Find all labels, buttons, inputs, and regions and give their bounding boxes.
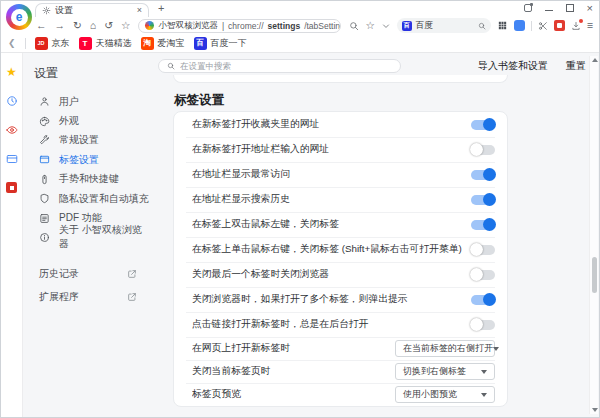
select-new-tab-position[interactable]: 在当前标签的右侧打开 [395,340,495,357]
settings-search-input[interactable] [180,61,392,71]
sidebar-link-history[interactable]: 历史记录 [31,262,149,285]
site-globe-icon [145,21,154,30]
info-icon [39,232,50,243]
external-link-icon [127,292,137,302]
bookmark-baidu[interactable]: 百 百度一下 [194,37,247,50]
toggle-open-links-background[interactable] [471,320,495,330]
palette-icon [39,116,50,127]
import-bookmarks-button[interactable]: 导入书签和设置 [478,59,548,73]
setting-label: 在标签上双击鼠标左键，关闭标签 [192,218,471,231]
bookmark-label: 爱淘宝 [158,37,185,50]
sidebar-item-appearance[interactable]: 外观 [31,111,149,130]
home-icon[interactable]: ⌂ [90,20,96,31]
history-panel-icon[interactable] [6,95,18,107]
select-tab-preview[interactable]: 使用小图预览 [395,386,495,403]
tab-settings[interactable]: 设置 × [35,3,149,17]
tab-close-icon[interactable]: × [137,6,142,15]
main-area: ★ 设置 用户 外观 常规设置 标签设置 [1,53,599,417]
extension-red-icon[interactable] [554,20,565,31]
extension-blue-icon[interactable] [514,20,525,31]
toolbar-divider [531,21,532,31]
pdf-icon [39,213,50,224]
toggle-doubleclick-close-tab[interactable] [471,220,495,230]
address-url-bold: settings [268,21,301,31]
bookmarks-divider [25,38,26,49]
setting-row: 关闭当前标签页时 切换到右侧标签 [174,360,507,383]
quick-search-box[interactable]: 百 百度 [397,18,491,33]
setting-row: 在网页上打开新标签时 在当前标签的右侧打开 [174,337,507,360]
sidebar-item-tabs[interactable]: 标签设置 [31,150,149,169]
toolbar-right-cluster: ☆ 百 百度 ≡ [349,18,599,33]
toggle-open-favorites-new-tab[interactable] [471,120,495,130]
select-value: 在当前标签的右侧打开 [403,342,493,355]
setting-label: 在标签上单击鼠标右键，关闭标签 (Shift+鼠标右击可打开菜单) [192,243,471,256]
forward-icon[interactable]: → [55,20,66,31]
setting-label: 在网页上打开新标签时 [192,342,395,355]
sidebar-title: 设置 [31,65,149,82]
sidebar-item-user[interactable]: 用户 [31,92,149,111]
toggle-close-browser-last-tab[interactable] [471,270,495,280]
setting-row: 在标签上双击鼠标左键，关闭标签 [174,212,507,237]
toggle-prompt-multiple-tabs[interactable] [471,295,495,305]
back-icon[interactable]: ← [36,20,47,31]
sidebar-item-gestures[interactable]: 手势和快捷键 [31,170,149,189]
sidebar-item-general[interactable]: 常规设置 [31,131,149,150]
new-tab-button[interactable]: + [158,2,164,14]
favorites-panel-icon[interactable]: ★ [6,66,17,78]
toggle-show-search-history[interactable] [471,195,495,205]
download-badge-dot [579,19,583,23]
close-button[interactable]: × [587,3,593,13]
address-separator: | [222,21,224,31]
bookmark-jd[interactable]: JD 京东 [35,37,70,50]
select-after-close-tab[interactable]: 切换到右侧标签 [395,363,495,380]
setting-label: 标签页预览 [192,388,395,401]
select-value: 切换到右侧标签 [403,365,466,378]
reload-icon[interactable]: ↻ [73,20,82,31]
sidebar-links: 历史记录 扩展程序 [31,262,149,308]
setting-row: 在地址栏显示搜索历史 [174,187,507,212]
address-bar[interactable]: 小智双核浏览器 | chrome://settings/tabSetting [138,19,341,33]
bookmarks-chevron-left-icon[interactable]: ❮ [8,38,16,48]
sidebar-link-extensions[interactable]: 扩展程序 [31,285,149,308]
bookmark-star-icon[interactable]: ☆ [121,20,130,31]
caret-down-icon [481,370,487,374]
search-icon[interactable] [478,22,486,30]
browser-logo-letter: e [11,9,28,26]
setting-label: 点击链接打开新标签时，总是在后台打开 [192,318,471,331]
sidebar-item-about[interactable]: 关于 小智双核浏览器 [31,228,149,247]
setting-label: 关闭最后一个标签时关闭浏览器 [192,268,471,281]
maximize-button[interactable] [566,4,574,12]
settings-content: 导入书签和设置 重置 标签设置 在新标签打开收藏夹里的网址 在新标签打开地址栏输… [149,53,599,417]
settings-search[interactable] [158,59,401,73]
toggle-rightclick-close-tab[interactable] [471,245,495,255]
restore-tab-icon[interactable]: ↺ [104,20,113,31]
zoom-icon[interactable] [349,21,359,31]
scrollbar-down-arrow[interactable] [592,408,598,412]
browser-logo-icon[interactable]: e [6,4,32,30]
menu-icon[interactable]: ≡ [587,20,593,31]
section-title: 标签设置 [174,92,224,109]
sidebar-item-privacy[interactable]: 隐私设置和自动填充 [31,189,149,208]
bookmark-label: 京东 [52,37,70,50]
eye-panel-icon[interactable] [6,124,18,136]
toggle-open-addressbar-new-tab[interactable] [471,145,495,155]
apps-grid-icon[interactable] [497,20,508,31]
red-app-panel-icon[interactable] [6,182,17,193]
chevron-down-icon[interactable] [381,21,391,31]
scrollbar-thumb[interactable] [592,257,597,293]
setting-label: 在新标签打开收藏夹里的网址 [192,118,471,131]
caret-down-icon [481,393,487,397]
favorites-star-icon[interactable]: ☆ [365,20,374,31]
theme-icon[interactable] [524,4,532,12]
setting-row: 在地址栏显示最常访问 [174,162,507,187]
reset-button[interactable]: 重置 [566,59,586,73]
toggle-show-most-visited[interactable] [471,170,495,180]
minimize-button[interactable] [545,10,553,11]
downloads-button[interactable] [571,21,581,31]
card-panel-icon[interactable] [6,153,18,165]
screenshot-scissors-icon[interactable] [538,21,548,31]
bookmark-tmall[interactable]: T 天猫精选 [79,37,132,50]
bookmark-taobao[interactable]: 淘 爱淘宝 [141,37,185,50]
content-scrollbar[interactable] [589,56,598,414]
sidebar-link-label: 历史记录 [39,267,79,281]
